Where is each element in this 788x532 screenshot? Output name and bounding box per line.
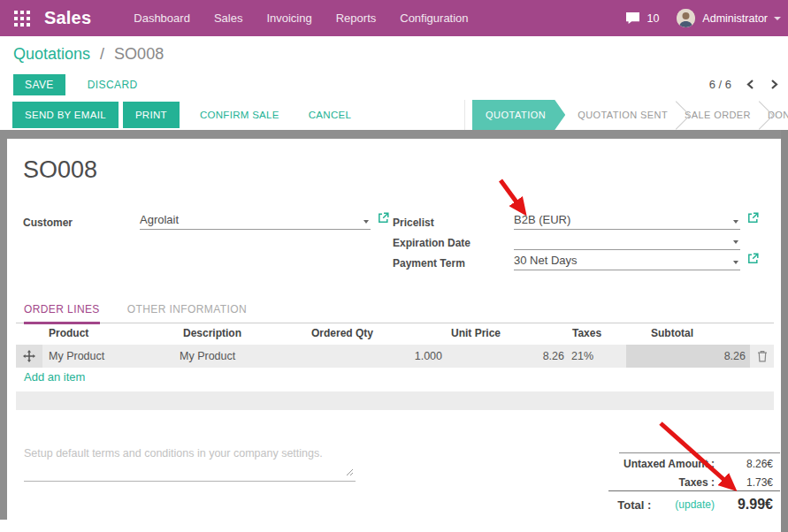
expiration-date-field[interactable] [514,232,740,250]
notes-textarea[interactable] [24,466,356,482]
order-lines-table: Product Description Ordered Qty Unit Pri… [16,322,774,368]
apps-grid-icon[interactable] [14,11,30,27]
stage-quotation[interactable]: QUOTATION [472,100,565,130]
section-separator [16,391,774,410]
pager-previous-button[interactable] [746,79,755,90]
breadcrumb: Quotations / SO008 [13,45,164,64]
payment-term-field[interactable]: 30 Net Days [514,252,759,270]
caret-down-icon[interactable] [733,240,738,244]
taxes-row: Taxes : 1.73€ [502,474,780,491]
external-link-icon[interactable] [747,252,759,268]
expiration-date-label: Expiration Date [393,237,471,249]
record-title: SO008 [23,156,97,184]
cell-product[interactable]: My Product [42,350,177,362]
pager-next-button[interactable] [769,79,779,90]
table-row[interactable]: My Product My Product 1.000 8.26 21% 8.2… [16,345,774,368]
avatar [677,9,695,27]
save-button[interactable]: SAVE [13,74,65,95]
column-header-ordered-qty: Ordered Qty [305,327,445,339]
tab-other-information[interactable]: OTHER INFORMATION [127,303,247,323]
resize-handle-icon[interactable] [346,464,354,480]
messages-count: 10 [646,12,659,25]
total-label: Total : [617,498,651,512]
drag-handle[interactable] [16,345,42,368]
untaxed-amount-label: Untaxed Amount : [624,458,715,470]
total-row: Total : (update) 9.99€ [502,493,780,516]
sales-app-screen: Sales Dashboard Sales Invoicing Reports … [0,0,788,532]
breadcrumb-separator: / [100,45,104,63]
user-menu[interactable]: Administrator [677,9,781,27]
form-sheet: SO008 Customer Agrolait Pricelist [7,139,781,520]
nav-item-configuration[interactable]: Configuration [400,11,468,25]
top-navigation: Dashboard Sales Invoicing Reports Config… [134,11,468,25]
table-header-row: Product Description Ordered Qty Unit Pri… [16,322,774,345]
delete-row-button[interactable] [750,350,774,362]
total-value: 9.99€ [715,497,780,513]
pricelist-label: Pricelist [393,217,434,229]
topbar: Sales Dashboard Sales Invoicing Reports … [0,0,788,36]
totals-divider [619,452,780,453]
taxes-label: Taxes : [679,476,715,489]
messages-button[interactable]: 10 [625,11,659,25]
breadcrumb-current: SO008 [114,45,164,63]
chevron-left-icon [746,79,755,90]
column-header-product: Product [42,327,177,339]
total-divider [608,490,780,491]
print-button[interactable]: PRINT [123,102,180,128]
move-icon [23,350,35,362]
external-link-icon[interactable] [747,211,759,227]
customer-value[interactable]: Agrolait [140,213,179,226]
nav-item-invoicing[interactable]: Invoicing [266,11,311,25]
cell-subtotal: 8.26 [626,345,750,368]
pager-count: 6 / 6 [709,78,731,91]
pricelist-field[interactable]: B2B (EUR) [514,211,759,230]
column-header-unit-price: Unit Price [445,327,566,339]
external-link-icon[interactable] [378,211,389,227]
statusbar: SEND BY EMAIL PRINT CONFIRM SALE CANCEL … [0,100,788,130]
cell-description[interactable]: My Product [177,350,305,362]
trash-icon [757,350,768,362]
cell-unit-price[interactable]: 8.26 [445,350,566,362]
untaxed-amount-value: 8.26€ [715,458,780,470]
nav-item-dashboard[interactable]: Dashboard [134,11,190,25]
caret-down-icon[interactable] [733,220,738,224]
column-header-description: Description [177,327,305,339]
add-an-item-link[interactable]: Add an item [24,370,85,384]
pager: 6 / 6 [709,78,779,91]
actions-row: SAVE DISCARD 6 / 6 [13,73,779,95]
untaxed-amount-row: Untaxed Amount : 8.26€ [502,455,780,473]
column-header-taxes: Taxes [566,327,626,339]
caret-down-icon[interactable] [733,261,738,264]
status-stages: QUOTATION QUOTATION SENT SALE ORDER DONE [464,100,782,130]
canvas-background [0,130,7,520]
send-by-email-button[interactable]: SEND BY EMAIL [12,102,119,128]
confirm-sale-button[interactable]: CONFIRM SALE [200,110,279,120]
customer-field[interactable]: Agrolait [140,211,389,230]
cancel-button[interactable]: CANCEL [309,110,351,120]
stage-separator-icon [662,101,691,130]
notebook-tabs: ORDER LINES OTHER INFORMATION [16,303,774,323]
chat-bubble-icon [625,11,640,25]
terms-placeholder[interactable]: Setup default terms and conditions in yo… [24,447,323,460]
chevron-right-icon [769,79,779,90]
app-brand[interactable]: Sales [44,8,91,28]
payment-term-label: Payment Term [393,257,465,270]
column-header-subtotal: Subtotal [626,327,750,339]
nav-item-sales[interactable]: Sales [214,11,243,25]
caret-down-icon[interactable] [363,220,369,224]
cell-taxes[interactable]: 21% [566,350,626,362]
topbar-right: 10 Administrator [625,9,781,27]
stage-separator-icon [745,101,774,130]
scrollbar[interactable] [781,130,788,532]
taxes-value: 1.73€ [715,476,780,489]
chevron-down-icon [774,17,781,20]
breadcrumb-quotations[interactable]: Quotations [13,45,90,63]
pricelist-value[interactable]: B2B (EUR) [514,213,570,226]
discard-button[interactable]: DISCARD [88,79,138,91]
user-name: Administrator [702,12,768,25]
update-total-link[interactable]: (update) [675,498,715,511]
canvas-background [0,130,788,139]
payment-term-value[interactable]: 30 Net Days [514,254,578,267]
cell-ordered-qty[interactable]: 1.000 [305,350,445,362]
nav-item-reports[interactable]: Reports [336,11,377,25]
